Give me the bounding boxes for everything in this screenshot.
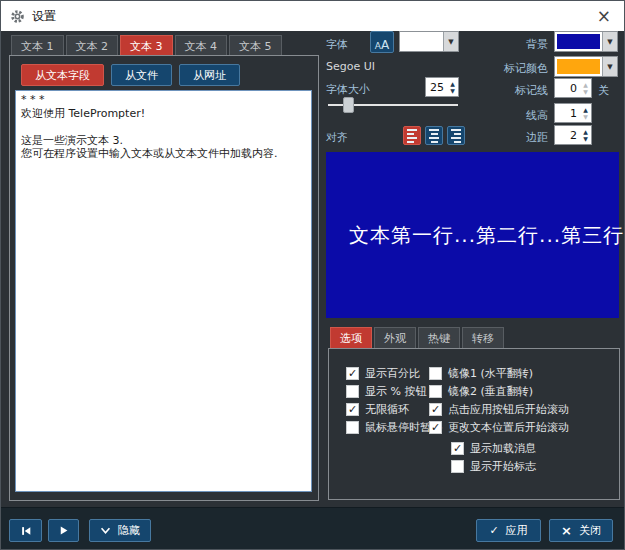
align-center-icon (429, 129, 439, 131)
line-height-label: 线高 (506, 108, 548, 123)
font-size-slider[interactable] (328, 97, 458, 113)
align-left-icon (407, 129, 417, 131)
stepper-arrows[interactable]: ▲▼ (580, 104, 591, 122)
font-size-label: 字体大小 (326, 82, 370, 97)
margin-value: 2 (555, 126, 580, 144)
checkbox-checked[interactable]: ✓ (451, 442, 464, 455)
tab-text-4[interactable]: 文本 4 (175, 35, 228, 56)
arrow-up-icon[interactable]: ▲ (583, 106, 588, 113)
tab-text-5[interactable]: 文本 5 (229, 35, 282, 56)
tab-appearance[interactable]: 外观 (374, 327, 416, 348)
mark-line-stepper[interactable]: 0 ▲▼ (554, 78, 592, 98)
arrow-up-icon[interactable]: ▲ (583, 128, 588, 135)
tab-transfer[interactable]: 转移 (462, 327, 504, 348)
tab-text-3[interactable]: 文本 3 (120, 35, 173, 56)
arrow-up-icon[interactable]: ▲ (450, 80, 455, 87)
tab-label: 热键 (428, 331, 450, 346)
from-file-button[interactable]: 从文件 (111, 64, 172, 86)
checkbox-unchecked[interactable] (346, 421, 359, 434)
checkbox-label: 显示加载消息 (470, 441, 536, 456)
close-x-icon: × (561, 523, 572, 538)
checkbox-checked[interactable]: ✓ (346, 367, 359, 380)
apply-button[interactable]: ✓ 应用 (476, 519, 541, 542)
tab-label: 文本 2 (76, 39, 109, 54)
checkbox-label: 镜像1 (水平翻转) (448, 366, 533, 381)
tab-label: 选项 (340, 331, 362, 346)
chevron-down-icon: ▼ (602, 57, 617, 76)
checkbox-unchecked[interactable] (346, 385, 359, 398)
arrow-down-icon[interactable]: ▼ (583, 113, 588, 120)
skip-to-start-button[interactable] (9, 519, 42, 542)
tab-label: 文本 4 (185, 39, 218, 54)
option-show-percent-button[interactable]: 显示 % 按钮 (346, 384, 426, 399)
font-label: 字体 (326, 37, 348, 52)
checkbox-unchecked[interactable] (451, 460, 464, 473)
option-show-load-message[interactable]: ✓显示加载消息 (451, 441, 536, 456)
hide-button[interactable]: 隐藏 (89, 519, 151, 542)
play-icon (58, 525, 69, 536)
align-label: 对齐 (326, 130, 348, 145)
tab-options[interactable]: 选项 (330, 327, 372, 348)
tab-hotkeys[interactable]: 热键 (418, 327, 460, 348)
margin-label: 边距 (506, 130, 548, 145)
text-tab-strip: 文本 1 文本 2 文本 3 文本 4 文本 5 (11, 35, 282, 56)
tab-text-2[interactable]: 文本 2 (66, 35, 119, 56)
mark-color-swatch (557, 59, 600, 74)
mark-line-value: 0 (555, 79, 580, 97)
font-size-stepper[interactable]: 25 ▲▼ (425, 77, 459, 97)
checkbox-label: 无限循环 (365, 402, 409, 417)
title-bar: 设置 × (1, 1, 624, 31)
option-infinite-loop[interactable]: ✓无限循环 (346, 402, 409, 417)
tab-label: 转移 (472, 331, 494, 346)
script-text-input[interactable]: * * * 欢迎使用 TelePrompter! 这是一些演示文本 3. 您可在… (15, 90, 312, 492)
font-color-dropdown[interactable]: ▼ (399, 31, 459, 52)
slider-handle[interactable] (343, 97, 354, 113)
align-right-icon (451, 129, 461, 131)
checkbox-checked[interactable]: ✓ (429, 403, 442, 416)
align-center-button[interactable] (425, 126, 443, 145)
option-scroll-on-position-change[interactable]: ✓更改文本位置后开始滚动 (429, 420, 569, 435)
chevron-down-icon: ▼ (602, 32, 617, 51)
checkbox-unchecked[interactable] (429, 385, 442, 398)
font-family-value: Segoe UI (326, 60, 375, 73)
option-mirror-2[interactable]: 镜像2 (垂直翻转) (429, 384, 533, 399)
option-mirror-1[interactable]: 镜像1 (水平翻转) (429, 366, 533, 381)
arrow-down-icon[interactable]: ▼ (583, 135, 588, 142)
checkbox-checked[interactable]: ✓ (346, 403, 359, 416)
stepper-arrows[interactable]: ▲▼ (447, 78, 458, 96)
checkbox-unchecked[interactable] (429, 367, 442, 380)
tab-label: 文本 5 (239, 39, 272, 54)
stepper-arrows[interactable]: ▲▼ (580, 79, 591, 97)
arrow-up-icon[interactable]: ▲ (583, 81, 588, 88)
apply-label: 应用 (506, 523, 528, 538)
close-icon[interactable]: × (597, 4, 611, 28)
checkbox-label: 显示百分比 (365, 366, 420, 381)
tab-text-1[interactable]: 文本 1 (11, 35, 64, 56)
line-height-stepper[interactable]: 1 ▲▼ (554, 103, 592, 123)
margin-stepper[interactable]: 2 ▲▼ (554, 125, 592, 145)
mark-line-label: 标记线 (506, 83, 548, 98)
font-aa-icon: A (381, 39, 389, 52)
option-show-start-flag[interactable]: 显示开始标志 (451, 459, 536, 474)
from-url-button[interactable]: 从网址 (179, 64, 240, 86)
font-picker-button[interactable]: AA (370, 31, 394, 53)
from-textfield-button[interactable]: 从文本字段 (21, 64, 104, 86)
gear-icon (10, 9, 25, 24)
option-scroll-on-apply[interactable]: ✓点击应用按钮后开始滚动 (429, 402, 569, 417)
play-button[interactable] (48, 519, 79, 542)
chevron-down-icon: ▼ (443, 32, 458, 51)
button-label: 从网址 (193, 68, 226, 83)
arrow-down-icon[interactable]: ▼ (450, 87, 455, 94)
background-color-dropdown[interactable]: ▼ (554, 31, 618, 52)
stepper-arrows[interactable]: ▲▼ (580, 126, 591, 144)
mark-color-dropdown[interactable]: ▼ (554, 56, 618, 77)
option-show-percent[interactable]: ✓显示百分比 (346, 366, 420, 381)
preview-text: 文本第一行...第二行...第三行 (326, 222, 624, 249)
checkbox-checked[interactable]: ✓ (429, 421, 442, 434)
align-left-button[interactable] (403, 126, 421, 145)
align-right-button[interactable] (447, 126, 465, 145)
arrow-down-icon[interactable]: ▼ (583, 88, 588, 95)
close-button[interactable]: × 关闭 (549, 519, 613, 542)
checkbox-label: 点击应用按钮后开始滚动 (448, 402, 569, 417)
option-pause-on-hover[interactable]: 鼠标悬停时暂停 (346, 420, 442, 435)
